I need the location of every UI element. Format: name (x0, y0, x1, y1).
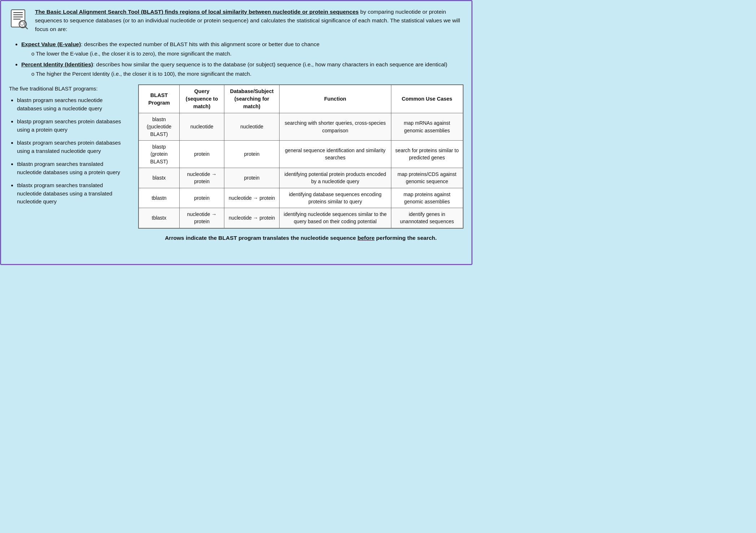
cell-usecases: map proteins/CDS against genomic sequenc… (391, 168, 463, 188)
main-content: The five traditional BLAST programs: bla… (9, 84, 463, 242)
cell-function: identifying nucleotide sequences similar… (280, 208, 391, 228)
programs-intro: The five traditional BLAST programs: (9, 84, 128, 93)
evalue-sub-list: The lower the E-value (i.e., the closer … (31, 50, 463, 58)
cell-function: identifying database sequences encoding … (280, 188, 391, 208)
identity-text: : describes how similar the query sequen… (93, 61, 447, 67)
header-section: The Basic Local Alignment Search Tool (B… (9, 8, 463, 34)
header-text: The Basic Local Alignment Search Tool (B… (35, 8, 463, 34)
cell-usecases: map mRNAs against genomic assemblies (391, 113, 463, 141)
bullet-list: Expect Value (E-value): describes the ex… (21, 40, 463, 78)
main-container: The Basic Local Alignment Search Tool (B… (0, 0, 472, 265)
identity-label: Percent Identity (Identities) (21, 61, 93, 67)
list-item: blastp program searches protein database… (17, 118, 128, 134)
table-row: blastx nucleotide → protein protein iden… (139, 168, 463, 188)
col-header-query: Query(sequence to match) (180, 85, 224, 113)
identity-sub: The higher the Percent Identity (i.e., t… (31, 70, 463, 78)
right-section: BLAST Program Query(sequence to match) D… (138, 84, 463, 242)
bullet-identity: Percent Identity (Identities): describes… (21, 60, 463, 78)
cell-database: protein (224, 141, 280, 168)
col-header-database: Database/Subject(searching for match) (224, 85, 280, 113)
left-section: The five traditional BLAST programs: bla… (9, 84, 128, 211)
cell-usecases: identify genes in unannotated sequences (391, 208, 463, 228)
list-item: blastn program searches nucleotide datab… (17, 96, 128, 113)
cell-query: nucleotide → protein (180, 168, 224, 188)
cell-query: protein (180, 141, 224, 168)
blast-icon (9, 8, 30, 30)
evalue-text: : describes the expected number of BLAST… (81, 41, 319, 47)
evalue-label: Expect Value (E-value) (21, 41, 81, 47)
cell-program: tblastx (139, 208, 180, 228)
col-header-program: BLAST Program (139, 85, 180, 113)
list-item: tblastx program searches translated nucl… (17, 181, 128, 206)
cell-function: identifying potential protein products e… (280, 168, 391, 188)
cell-query: protein (180, 188, 224, 208)
footer-underline: before (357, 235, 374, 241)
svg-line-6 (25, 27, 28, 29)
footer-text-2: performing the search. (375, 235, 437, 241)
table-header-row: BLAST Program Query(sequence to match) D… (139, 85, 463, 113)
cell-database: protein (224, 168, 280, 188)
cell-function: searching with shorter queries, cross-sp… (280, 113, 391, 141)
cell-program: blastp(protein BLAST) (139, 141, 180, 168)
list-item: blastx program searches protein database… (17, 139, 128, 155)
blast-table: BLAST Program Query(sequence to match) D… (138, 84, 463, 229)
table-row: tblastn protein nucleotide → protein ide… (139, 188, 463, 208)
cell-program: blastn(nucleotide BLAST) (139, 113, 180, 141)
cell-program: blastx (139, 168, 180, 188)
table-body: blastn(nucleotide BLAST) nucleotide nucl… (139, 113, 463, 228)
bullet-evalue: Expect Value (E-value): describes the ex… (21, 40, 463, 58)
identity-sub-list: The higher the Percent Identity (i.e., t… (31, 70, 463, 78)
footer-note: Arrows indicate the BLAST program transl… (165, 234, 437, 242)
programs-list: blastn program searches nucleotide datab… (17, 96, 128, 206)
col-header-function: Function (280, 85, 391, 113)
cell-query: nucleotide (180, 113, 224, 141)
cell-usecases: search for proteins similar to predicted… (391, 141, 463, 168)
bullets-section: Expect Value (E-value): describes the ex… (13, 40, 463, 78)
list-item: tblastn program searches translated nucl… (17, 160, 128, 176)
cell-query: nucleotide → protein (180, 208, 224, 228)
cell-database: nucleotide → protein (224, 188, 280, 208)
cell-usecases: map proteins against genomic assemblies (391, 188, 463, 208)
cell-program: tblastn (139, 188, 180, 208)
cell-database: nucleotide (224, 113, 280, 141)
footer-text-1: Arrows indicate the BLAST program transl… (165, 235, 356, 241)
table-row: blastp(protein BLAST) protein protein ge… (139, 141, 463, 168)
cell-function: general sequence identification and simi… (280, 141, 391, 168)
evalue-sub: The lower the E-value (i.e., the closer … (31, 50, 463, 58)
table-row: blastn(nucleotide BLAST) nucleotide nucl… (139, 113, 463, 141)
col-header-usecases: Common Use Cases (391, 85, 463, 113)
table-row: tblastx nucleotide → protein nucleotide … (139, 208, 463, 228)
cell-database: nucleotide → protein (224, 208, 280, 228)
header-title: The Basic Local Alignment Search Tool (B… (35, 9, 359, 15)
